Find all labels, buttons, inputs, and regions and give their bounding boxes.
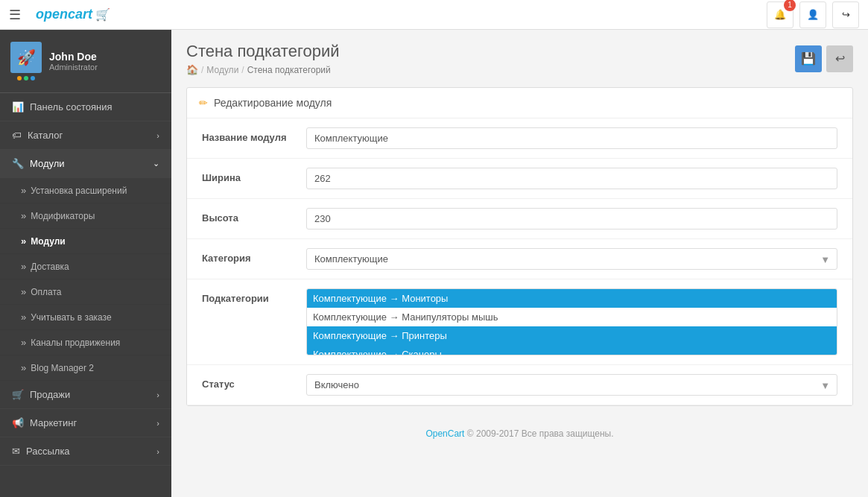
- user-profile: 🚀 John Doe Administrator: [0, 30, 171, 93]
- newsletter-icon: ✉: [12, 446, 20, 457]
- sidebar-item-label: Панель состояния: [30, 101, 112, 113]
- sidebar-item-label: Маркетинг: [30, 417, 77, 428]
- form-group-height: Высота: [187, 199, 852, 239]
- subcategory-option: Комплектующие → Мониторы: [307, 289, 837, 308]
- avatar: 🚀: [10, 42, 42, 80]
- dashboard-icon: 📊: [12, 101, 24, 113]
- back-button[interactable]: ↩: [826, 45, 853, 72]
- footer-copyright: © 2009-2017 Все права защищены.: [467, 428, 614, 439]
- dot-orange: [17, 76, 22, 80]
- sidebar-subitem-channels[interactable]: Каналы продвижения: [0, 330, 171, 355]
- brand-logo: opencart 🛒: [36, 7, 110, 22]
- sidebar-subitem-order[interactable]: Учитывать в заказе: [0, 305, 171, 330]
- catalog-icon: 🏷: [12, 130, 22, 141]
- page-title: Стена подкатегорий: [186, 42, 339, 61]
- form-group-width: Ширина: [187, 159, 852, 199]
- sidebar-item-label: Модули: [30, 158, 65, 169]
- subitem-label: Blog Manager 2: [31, 363, 94, 373]
- footer-brand-link[interactable]: OpenCart: [425, 428, 464, 439]
- hamburger-menu[interactable]: ☰: [9, 7, 21, 23]
- user-profile-button[interactable]: 👤: [799, 1, 826, 28]
- page-actions: 💾 ↩: [795, 45, 853, 72]
- modules-icon: 🔧: [12, 158, 24, 169]
- card-title: Редактирование модуля: [214, 97, 332, 109]
- sidebar-subitem-modules[interactable]: Модули: [0, 229, 171, 254]
- sidebar-item-modules[interactable]: 🔧 Модули ⌄: [0, 150, 171, 178]
- form-group-category: Категория Комплектующие Электроника Аксе…: [187, 239, 852, 279]
- cart-icon: 🛒: [95, 7, 110, 22]
- main-content: Стена подкатегорий 🏠 / Модули / Стена по…: [171, 30, 868, 497]
- brand-name: opencart: [36, 7, 92, 22]
- avatar-image: 🚀: [10, 42, 42, 73]
- breadcrumb-sep2: /: [241, 65, 244, 75]
- save-button[interactable]: 💾: [795, 45, 822, 72]
- module-name-input[interactable]: [306, 127, 837, 149]
- sidebar-subitem-modificators[interactable]: Модификаторы: [0, 203, 171, 229]
- user-name: John Doe: [49, 51, 98, 63]
- form-group-status: Статус Включено Отключено ▼: [187, 365, 852, 405]
- sidebar-subitem-blog[interactable]: Blog Manager 2: [0, 355, 171, 381]
- notification-badge: 1: [784, 0, 796, 11]
- width-label: Ширина: [202, 168, 306, 183]
- logout-icon: ↪: [842, 9, 850, 20]
- breadcrumb: 🏠 / Модули / Стена подкатегорий: [186, 64, 339, 75]
- breadcrumb-modules-link[interactable]: Модули: [206, 65, 238, 75]
- sales-icon: 🛒: [12, 389, 24, 400]
- footer: OpenCart © 2009-2017 Все права защищены.: [171, 421, 868, 446]
- user-role: Administrator: [49, 63, 98, 72]
- navbar-left: ☰ opencart 🛒: [9, 7, 767, 23]
- sidebar: 🚀 John Doe Administrator 📊 Панель состоя…: [0, 30, 171, 497]
- save-icon: 💾: [801, 51, 816, 66]
- subitem-label: Установка расширений: [31, 186, 127, 196]
- chevron-right-icon: ›: [156, 390, 159, 399]
- subcategory-option: Комплектующие → Сканеры: [307, 345, 837, 355]
- subcategories-multiselect-wrapper: Комплектующие → Мониторы Комплектующие →…: [306, 288, 837, 355]
- height-label: Высота: [202, 208, 306, 224]
- subitem-label: Доставка: [31, 262, 69, 272]
- avatar-dots: [17, 76, 35, 80]
- home-icon[interactable]: 🏠: [186, 64, 198, 75]
- subcategories-multiselect[interactable]: Комплектующие → Мониторы Комплектующие →…: [306, 288, 837, 355]
- page-title-area: Стена подкатегорий 🏠 / Модули / Стена по…: [186, 42, 339, 75]
- module-name-label: Название модуля: [202, 127, 306, 143]
- status-select-wrapper: Включено Отключено ▼: [306, 374, 837, 396]
- subitem-label: Модификаторы: [31, 211, 95, 221]
- sidebar-item-catalog[interactable]: 🏷 Каталог ›: [0, 121, 171, 150]
- user-info: John Doe Administrator: [49, 51, 98, 72]
- chevron-right-icon: ›: [156, 419, 159, 428]
- sidebar-item-label: Каталог: [28, 130, 63, 141]
- status-label: Статус: [202, 374, 306, 390]
- dot-green: [24, 76, 28, 80]
- sidebar-subitem-delivery[interactable]: Доставка: [0, 254, 171, 279]
- sidebar-item-label: Продажи: [30, 389, 70, 400]
- category-label: Категория: [202, 248, 306, 264]
- top-navbar: ☰ opencart 🛒 🔔 1 👤 ↪: [0, 0, 868, 30]
- sidebar-item-dashboard[interactable]: 📊 Панель состояния: [0, 93, 171, 121]
- subcategory-option: Комплектующие → Принтеры: [307, 326, 837, 345]
- avatar-icon: 🚀: [17, 48, 36, 66]
- chevron-right-icon: ›: [156, 131, 159, 140]
- subcategories-label: Подкатегории: [202, 288, 306, 304]
- app-layout: 🚀 John Doe Administrator 📊 Панель состоя…: [0, 30, 868, 497]
- form-group-subcategories: Подкатегории Комплектующие → Мониторы Ко…: [187, 279, 852, 365]
- breadcrumb-sep1: /: [201, 65, 203, 75]
- logout-button[interactable]: ↪: [832, 1, 859, 28]
- subitem-label: Учитывать в заказе: [31, 312, 111, 323]
- nav-section: 📊 Панель состояния 🏷 Каталог › 🔧 Модули …: [0, 93, 171, 497]
- height-input[interactable]: [306, 208, 837, 229]
- sidebar-item-marketing[interactable]: 📢 Маркетинг ›: [0, 409, 171, 437]
- chevron-right-icon: ›: [156, 447, 159, 456]
- sidebar-subitem-payment[interactable]: Оплата: [0, 279, 171, 305]
- subitem-label: Каналы продвижения: [31, 338, 120, 348]
- card-header: ✏ Редактирование модуля: [187, 88, 852, 118]
- width-input[interactable]: [306, 168, 837, 189]
- chevron-down-icon: ⌄: [153, 159, 159, 168]
- back-icon: ↩: [835, 51, 845, 66]
- category-select[interactable]: Комплектующие Электроника Аксессуары: [306, 248, 837, 270]
- sidebar-item-newsletter[interactable]: ✉ Рассылка ›: [0, 437, 171, 466]
- sidebar-item-sales[interactable]: 🛒 Продажи ›: [0, 381, 171, 409]
- subcategory-option: Комплектующие → Манипуляторы мышь: [307, 308, 837, 326]
- sidebar-subitem-extensions[interactable]: Установка расширений: [0, 178, 171, 203]
- notifications-button[interactable]: 🔔 1: [767, 1, 793, 28]
- status-select[interactable]: Включено Отключено: [306, 374, 837, 396]
